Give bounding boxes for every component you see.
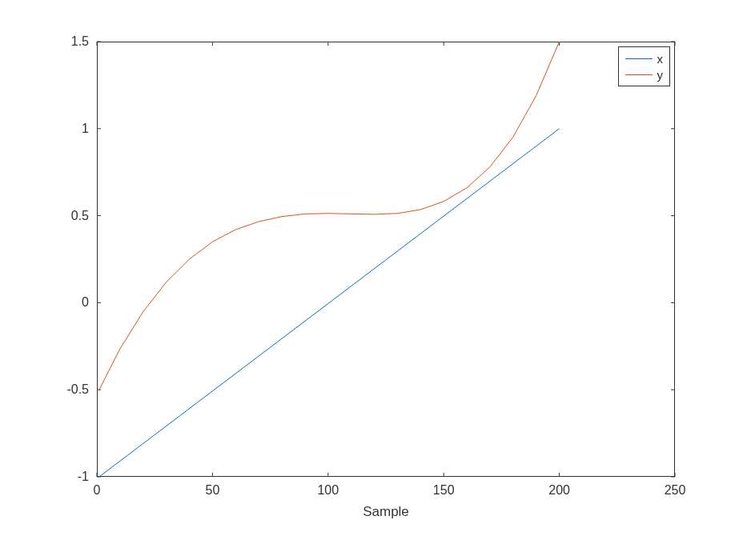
ytick-label: -1	[78, 470, 89, 484]
axes-svg	[97, 42, 675, 477]
legend-swatch-x	[625, 58, 653, 59]
figure: 050100150200250 -1-0.500.511.5 Sample x …	[0, 0, 747, 560]
legend-entry-x: x	[625, 50, 664, 66]
xtick-label: 0	[94, 483, 101, 498]
tick-group	[97, 42, 675, 477]
xtick-label: 100	[317, 483, 339, 498]
xtick-label: 150	[433, 483, 455, 498]
legend-label-x: x	[657, 52, 664, 66]
legend-label-y: y	[657, 68, 664, 82]
xtick-label: 200	[548, 483, 570, 498]
series-group	[99, 42, 560, 477]
x-axis-label: Sample	[363, 504, 409, 520]
series-y	[99, 42, 560, 390]
ytick-label: 1	[82, 122, 89, 136]
xtick-label: 250	[665, 483, 686, 498]
legend: x y	[618, 46, 671, 86]
ytick-label: 0	[82, 295, 89, 310]
axes-box	[98, 42, 675, 477]
legend-entry-y: y	[625, 66, 664, 82]
ytick-label: 1.5	[71, 34, 89, 49]
ytick-label: -0.5	[66, 382, 89, 397]
series-x	[99, 129, 560, 477]
ytick-label: 0.5	[71, 209, 89, 223]
legend-swatch-y	[625, 74, 653, 75]
xtick-label: 50	[205, 483, 219, 498]
plot-axes: 050100150200250 -1-0.500.511.5 Sample x …	[97, 42, 675, 477]
